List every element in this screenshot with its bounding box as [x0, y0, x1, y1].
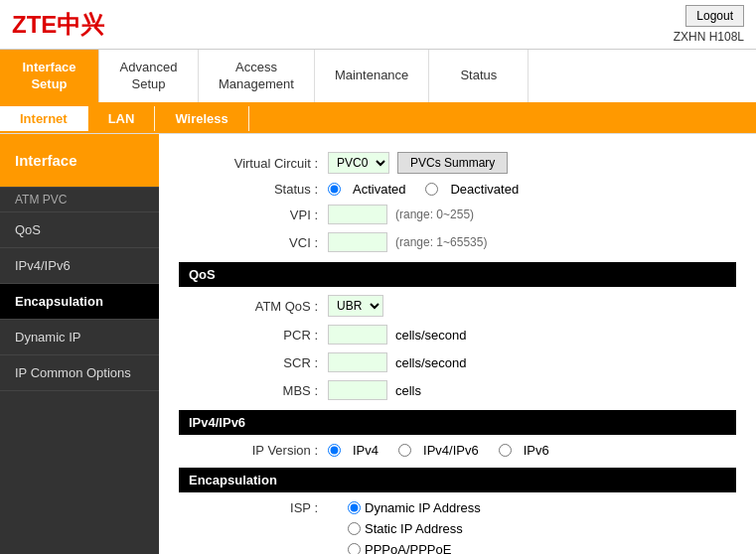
pcr-input[interactable]: 0 — [328, 325, 387, 345]
logo: ZTE中兴 — [12, 9, 104, 41]
status-activated-radio[interactable] — [328, 183, 341, 196]
tab-access[interactable]: AccessManagement — [199, 50, 315, 102]
sidebar-item-atm[interactable]: ATM PVC — [0, 188, 159, 212]
ipv4-label[interactable]: IPv4 — [353, 443, 378, 458]
status-label: Status : — [199, 182, 318, 197]
isp-dynamic-label[interactable]: Dynamic IP Address — [365, 500, 481, 515]
sidebar-header: Interface — [0, 134, 159, 188]
vpi-row: VPI : 0 (range: 0~255) — [179, 205, 736, 224]
ipv6-radio[interactable] — [499, 444, 512, 457]
ipv4-radio[interactable] — [328, 444, 341, 457]
isp-static-label[interactable]: Static IP Address — [365, 521, 463, 536]
vci-input[interactable]: 33 — [328, 232, 387, 252]
sidebar-item-dynamic[interactable]: Dynamic IP — [0, 320, 159, 355]
atm-qos-row: ATM QoS : UBR — [179, 295, 736, 317]
pcr-value: 0 cells/second — [328, 325, 467, 345]
mbs-label: MBS : — [199, 383, 318, 398]
scr-value: 0 cells/second — [328, 352, 467, 372]
header-right: Logout ZXHN H108L — [674, 5, 744, 44]
ip-version-label: IP Version : — [199, 443, 318, 458]
encapsulation-section-title: Encapsulation — [179, 468, 736, 492]
sub-tab-wireless[interactable]: Wireless — [155, 106, 248, 131]
content-wrapper: Internet LAN Wireless Interface ATM PVC … — [0, 104, 756, 554]
sidebar: Interface ATM PVC QoS IPv4/IPv6 Encapsul… — [0, 134, 159, 554]
vci-row: VCI : 33 (range: 1~65535) — [179, 232, 736, 252]
atm-qos-select[interactable]: UBR — [328, 295, 383, 317]
ipv4v6-label[interactable]: IPv4/IPv6 — [423, 443, 479, 458]
pcr-label: PCR : — [199, 328, 318, 343]
atm-qos-label: ATM QoS : — [199, 299, 318, 314]
vpi-label: VPI : — [199, 208, 318, 222]
scr-input[interactable]: 0 — [328, 352, 387, 372]
sidebar-item-qos[interactable]: QoS — [0, 212, 159, 248]
vpi-input[interactable]: 0 — [328, 205, 387, 224]
isp-label: ISP : — [199, 500, 318, 515]
nav-tabs: InterfaceSetup AdvancedSetup AccessManag… — [0, 50, 756, 104]
virtual-circuit-label: Virtual Circuit : — [199, 156, 318, 171]
header: ZTE中兴 Logout ZXHN H108L — [0, 0, 756, 50]
isp-options: Dynamic IP Address Static IP Address PPP… — [328, 500, 481, 554]
isp-row: ISP : Dynamic IP Address Static IP Addre… — [179, 500, 736, 554]
scr-row: SCR : 0 cells/second — [179, 352, 736, 372]
ipv4-section-title: IPv4/IPv6 — [179, 410, 736, 435]
sub-tabs: Internet LAN Wireless — [0, 104, 756, 134]
vpi-value: 0 (range: 0~255) — [328, 205, 474, 224]
pvcs-summary-button[interactable]: PVCs Summary — [397, 152, 508, 174]
pcr-unit: cells/second — [395, 328, 467, 343]
status-options: Activated Deactivated — [328, 182, 530, 197]
status-deactivated-radio[interactable] — [425, 183, 438, 196]
isp-dynamic-radio[interactable] — [348, 501, 361, 514]
ipv4v6-radio[interactable] — [398, 444, 411, 457]
virtual-circuit-row: Virtual Circuit : PVC0 PVCs Summary — [179, 152, 736, 174]
atm-qos-value: UBR — [328, 295, 383, 317]
main-content: Virtual Circuit : PVC0 PVCs Summary Stat… — [159, 134, 756, 554]
virtual-circuit-select[interactable]: PVC0 — [328, 152, 389, 174]
main-layout: Interface ATM PVC QoS IPv4/IPv6 Encapsul… — [0, 134, 756, 554]
virtual-circuit-value: PVC0 PVCs Summary — [328, 152, 508, 174]
tab-status[interactable]: Status — [429, 50, 529, 102]
sidebar-item-encapsulation[interactable]: Encapsulation — [0, 284, 159, 320]
isp-pppoa-radio[interactable] — [348, 543, 361, 554]
tab-interface[interactable]: InterfaceSetup — [0, 50, 99, 102]
mbs-input[interactable]: 0 — [328, 380, 387, 400]
mbs-unit: cells — [395, 383, 421, 398]
qos-section-title: QoS — [179, 262, 736, 287]
vpi-range: (range: 0~255) — [395, 208, 474, 221]
ipv6-label[interactable]: IPv6 — [524, 443, 549, 458]
mbs-row: MBS : 0 cells — [179, 380, 736, 400]
logout-button[interactable]: Logout — [685, 5, 744, 27]
sidebar-item-ip-common[interactable]: IP Common Options — [0, 355, 159, 391]
tab-advanced[interactable]: AdvancedSetup — [99, 50, 199, 102]
isp-static-radio[interactable] — [348, 522, 361, 535]
isp-dynamic: Dynamic IP Address — [348, 500, 481, 515]
ip-version-row: IP Version : IPv4 IPv4/IPv6 IPv6 — [179, 443, 736, 458]
vci-value: 33 (range: 1~65535) — [328, 232, 487, 252]
sidebar-item-ipv4[interactable]: IPv4/IPv6 — [0, 248, 159, 284]
isp-pppoa: PPPoA/PPPoE — [348, 542, 481, 554]
sub-tab-lan[interactable]: LAN — [88, 106, 156, 131]
scr-unit: cells/second — [395, 355, 467, 370]
sub-tab-internet[interactable]: Internet — [0, 106, 88, 131]
ip-version-options: IPv4 IPv4/IPv6 IPv6 — [328, 443, 561, 458]
tab-maintenance[interactable]: Maintenance — [315, 50, 429, 102]
deactivated-label[interactable]: Deactivated — [450, 182, 519, 197]
scr-label: SCR : — [199, 355, 318, 370]
vci-range: (range: 1~65535) — [395, 235, 487, 249]
vci-label: VCI : — [199, 235, 318, 250]
mbs-value: 0 cells — [328, 380, 421, 400]
isp-pppoa-label[interactable]: PPPoA/PPPoE — [365, 542, 451, 554]
status-row: Status : Activated Deactivated — [179, 182, 736, 197]
isp-static: Static IP Address — [348, 521, 481, 536]
activated-label[interactable]: Activated — [353, 182, 405, 197]
pcr-row: PCR : 0 cells/second — [179, 325, 736, 345]
device-name: ZXHN H108L — [674, 30, 744, 44]
